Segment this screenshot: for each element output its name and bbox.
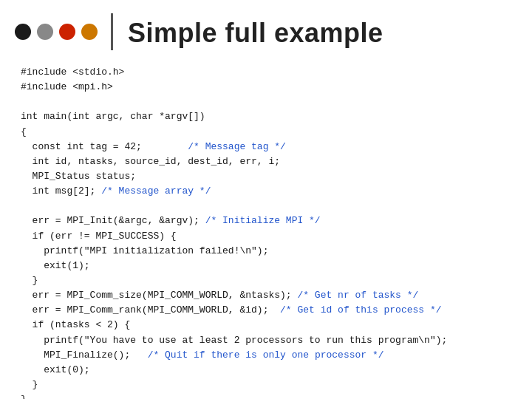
vertical-divider (111, 13, 113, 50)
circles-group (15, 24, 98, 40)
red-circle (59, 24, 75, 40)
gray-circle (37, 24, 53, 40)
code-section: #include <stdio.h> #include <mpi.h> int … (0, 58, 532, 399)
slide: Simple full example #include <stdio.h> #… (0, 0, 532, 399)
top-bar: Simple full example (0, 0, 532, 58)
black-circle (15, 24, 31, 40)
code-block: #include <stdio.h> #include <mpi.h> int … (21, 65, 511, 399)
code-line: #include <stdio.h> #include <mpi.h> int … (21, 66, 447, 399)
orange-circle (81, 24, 98, 40)
slide-title: Simple full example (128, 16, 383, 48)
